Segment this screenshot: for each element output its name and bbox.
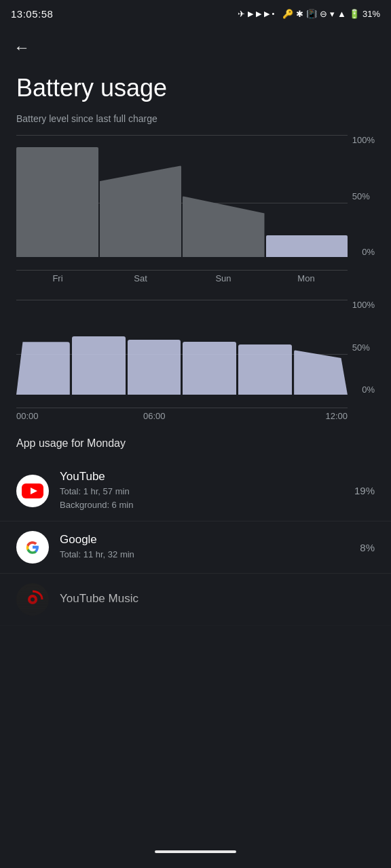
youtube-detail2: Background: 6 min	[60, 498, 337, 512]
svg-point-5	[31, 597, 35, 601]
app-item-ytmusic[interactable]: YouTube Music	[0, 574, 391, 626]
youtube-notif-icon2: ▶	[256, 9, 261, 18]
ytmusic-app-name: YouTube Music	[60, 592, 375, 606]
hour-bar-3	[183, 342, 236, 395]
wifi-icon: ▾	[330, 9, 335, 19]
hour-label-spacer2	[182, 411, 237, 421]
hourly-y-label-100: 100%	[352, 300, 375, 310]
youtube-notif-icon: ▶	[248, 9, 253, 18]
home-indicator	[155, 850, 236, 853]
chart-subtitle: Battery level since last full charge	[0, 108, 391, 135]
y-label-100: 100%	[352, 135, 375, 145]
y-label-50: 50%	[352, 191, 375, 201]
app-item-youtube[interactable]: YouTube Total: 1 hr, 57 min Background: …	[0, 460, 391, 521]
ytmusic-icon	[16, 583, 49, 616]
signal-icon: ▲	[337, 9, 346, 19]
battery-chart-section: 100% 50% 0% Fri Sat Sun Mon 100% 50% 0%	[0, 135, 391, 421]
app-usage-section: App usage for Monday YouTube Total: 1 hr…	[0, 421, 391, 626]
hour-label-1200: 12:00	[237, 411, 348, 421]
day-label-fri: Fri	[16, 273, 99, 283]
youtube-detail1: Total: 1 hr, 57 min	[60, 485, 337, 498]
day-label-mon: Mon	[265, 273, 348, 283]
youtube-svg	[22, 484, 43, 498]
bluetooth-icon: ✱	[296, 9, 303, 19]
status-icons: ✈ ▶ ▶ ▶ • 🔑 ✱ 📳 ⊖ ▾ ▲ 🔋 31%	[238, 9, 380, 19]
x-axis-hour-labels: 00:00 06:00 12:00	[16, 411, 375, 421]
x-axis-day-labels: Fri Sat Sun Mon	[16, 273, 375, 283]
grid-line-0	[16, 270, 348, 271]
hourly-y-label-50: 50%	[352, 342, 375, 353]
hour-label-0000: 00:00	[16, 411, 71, 421]
page-title: Battery usage	[0, 62, 391, 108]
telegram-icon: ✈	[238, 9, 245, 19]
hour-bar-0	[16, 342, 70, 395]
hourly-chart: 100% 50% 0%	[16, 300, 375, 408]
hourly-grid-100	[16, 300, 348, 300]
ytmusic-app-info: YouTube Music	[60, 592, 375, 607]
key-icon: 🔑	[282, 9, 293, 19]
youtube-icon	[16, 475, 49, 507]
status-bar: 13:05:58 ✈ ▶ ▶ ▶ • 🔑 ✱ 📳 ⊖ ▾ ▲ 🔋 31%	[0, 0, 391, 27]
battery-percent: 31%	[362, 9, 380, 19]
hourly-y-label-0: 0%	[362, 384, 375, 408]
hour-label-spacer1	[71, 411, 126, 421]
ytmusic-svg	[19, 586, 46, 613]
bar-fri	[16, 147, 98, 257]
hourly-bars	[16, 313, 348, 395]
youtube-percent: 19%	[348, 485, 375, 496]
google-icon	[16, 531, 49, 564]
vibrate-icon: 📳	[306, 9, 317, 19]
hour-bar-1	[72, 336, 126, 395]
google-app-name: Google	[60, 533, 337, 547]
app-item-google[interactable]: Google Total: 11 hr, 32 min 8%	[0, 521, 391, 574]
minus-circle-icon: ⊖	[320, 9, 327, 19]
dot-icon: •	[272, 9, 275, 18]
battery-icon: 🔋	[349, 9, 360, 19]
y-label-0: 0%	[362, 247, 375, 271]
youtube-app-name: YouTube	[60, 470, 337, 484]
google-detail1: Total: 11 hr, 32 min	[60, 548, 337, 561]
google-app-info: Google Total: 11 hr, 32 min	[60, 533, 337, 561]
google-svg	[22, 537, 43, 557]
bar-sun	[183, 196, 265, 257]
nav-bar	[0, 835, 391, 868]
google-percent: 8%	[348, 542, 375, 553]
youtube-notif-icon3: ▶	[264, 9, 269, 18]
bar-chart	[16, 135, 348, 257]
y-axis-labels: 100% 50% 0%	[352, 135, 375, 271]
app-usage-title: App usage for Monday	[0, 421, 391, 460]
back-button[interactable]: ←	[0, 27, 391, 62]
hourly-y-labels: 100% 50% 0%	[352, 300, 375, 408]
hour-bar-2	[128, 340, 181, 395]
back-arrow-icon: ←	[14, 38, 30, 57]
hour-label-0600: 06:00	[127, 411, 182, 421]
battery-chart: 100% 50% 0%	[16, 135, 375, 271]
hourly-grid-0	[16, 408, 348, 408]
youtube-app-info: YouTube Total: 1 hr, 57 min Background: …	[60, 470, 337, 511]
day-label-sat: Sat	[99, 273, 182, 283]
hour-bar-4	[238, 344, 292, 395]
status-time: 13:05:58	[11, 8, 53, 20]
hourly-chart-section: 100% 50% 0% 00:00	[16, 300, 375, 421]
bar-mon	[266, 235, 348, 257]
bar-sat	[100, 165, 182, 257]
hour-bar-5	[294, 350, 348, 395]
day-label-sun: Sun	[182, 273, 265, 283]
